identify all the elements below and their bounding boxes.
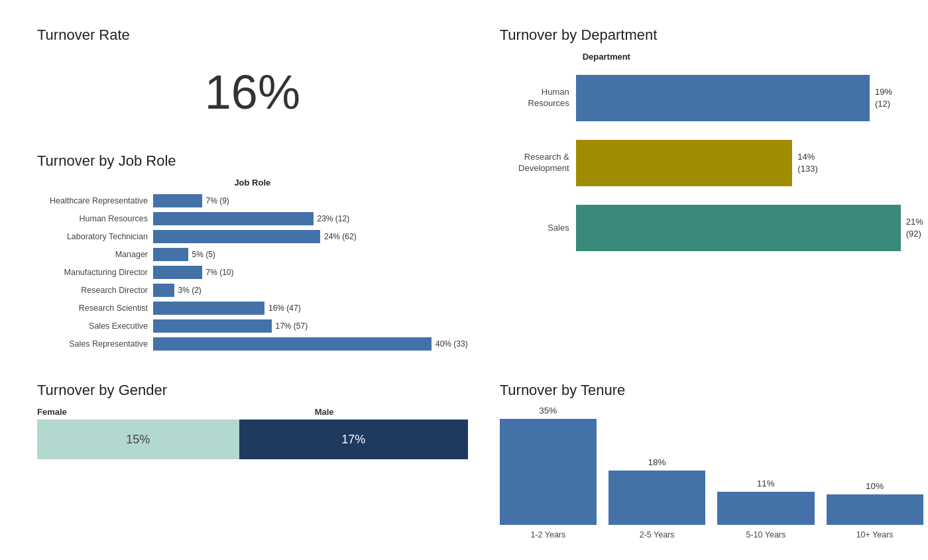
tenure-col: 35%1-2 Years [500, 406, 597, 539]
dept-bar [576, 205, 901, 251]
tenure-bar [609, 471, 705, 525]
job-role-bar-value: 5% (5) [192, 250, 215, 259]
tenure-col: 11%5-10 Years [717, 478, 814, 539]
dept-chart: HumanResources19%(12)Research &Developme… [500, 75, 923, 251]
job-role-bar-value: 7% (9) [206, 196, 229, 205]
dept-bar-row: HumanResources19%(12) [500, 75, 923, 121]
job-role-bar-row: Research Director3% (2) [37, 284, 468, 297]
gender-bar-female: 15% [37, 420, 239, 459]
job-role-bar-label: Sales Representative [37, 339, 153, 349]
job-role-axis-label: Job Role [37, 178, 468, 188]
tenure-x-label: 10+ Years [856, 530, 894, 539]
job-role-bar-label: Human Resources [37, 214, 153, 223]
job-role-bar-label: Research Scientist [37, 304, 153, 313]
job-role-chart: Healthcare Representative7% (9)Human Res… [37, 194, 468, 351]
job-role-bar-row: Sales Executive17% (57) [37, 319, 468, 333]
tenure-col: 10%10+ Years [827, 481, 923, 539]
dept-bar-value: 14%(133) [797, 151, 817, 175]
job-role-bar-value: 40% (33) [435, 339, 468, 349]
job-role-bar-label: Sales Executive [37, 321, 153, 331]
tenure-bar [717, 492, 814, 525]
job-role-bar-row: Human Resources23% (12) [37, 212, 468, 225]
tenure-chart: 35%1-2 Years18%2-5 Years11%5-10 Years10%… [500, 407, 923, 539]
dept-bar-label: Sales [500, 223, 576, 234]
job-role-bar [153, 194, 202, 207]
job-role-bar-row: Healthcare Representative7% (9) [37, 194, 468, 207]
turnover-rate-title: Turnover Rate [37, 27, 130, 44]
job-role-bar-row: Manager5% (5) [37, 248, 468, 261]
job-role-bar-value: 7% (10) [206, 268, 234, 277]
job-role-bar-value: 23% (12) [318, 214, 350, 223]
dept-bar-value: 19%(12) [875, 86, 892, 110]
tenure-x-label: 5-10 Years [746, 530, 785, 539]
dept-bar-row: Research &Development14%(133) [500, 140, 923, 186]
job-role-panel: Turnover by Job Role Job Role Healthcare… [21, 142, 484, 371]
job-role-bar-row: Sales Representative40% (33) [37, 337, 468, 351]
tenure-x-label: 2-5 Years [640, 530, 675, 539]
job-role-bar-label: Manufacturing Director [37, 268, 153, 277]
dept-bar-value: 21%(92) [906, 216, 923, 240]
job-role-bar-label: Healthcare Representative [37, 196, 153, 205]
job-role-bar [153, 284, 174, 297]
turnover-rate-value: 16% [37, 65, 468, 119]
dashboard: Turnover Rate 16% Turnover by Department… [21, 16, 907, 555]
job-role-bar-label: Manager [37, 250, 153, 259]
job-role-title: Turnover by Job Role [37, 152, 468, 170]
job-role-bar-label: Laboratory Technician [37, 232, 153, 241]
tenure-x-label: 1-2 Years [530, 530, 565, 539]
job-role-bar-row: Manufacturing Director7% (10) [37, 266, 468, 279]
job-role-bar [153, 230, 320, 243]
job-role-bar-row: Research Scientist16% (47) [37, 302, 468, 315]
job-role-bar-row: Laboratory Technician24% (62) [37, 230, 468, 243]
turnover-rate-panel: Turnover Rate 16% [21, 16, 484, 142]
job-role-bar-label: Research Director [37, 286, 153, 295]
tenure-pct-label: 11% [757, 478, 775, 488]
job-role-bar [153, 212, 314, 225]
dept-bar-row: Sales21%(92) [500, 205, 923, 251]
tenure-title: Turnover by Tenure [500, 382, 923, 399]
dept-axis-label: Department [583, 52, 923, 62]
gender-title: Turnover by Gender [37, 382, 468, 399]
job-role-bar [153, 302, 264, 315]
tenure-bar [500, 419, 597, 525]
job-role-bar-value: 3% (2) [178, 286, 202, 295]
job-role-bar [153, 337, 432, 351]
gender-chart: FemaleMale15%17% [37, 407, 468, 459]
job-role-bar-value: 16% (47) [268, 304, 301, 313]
dept-title: Turnover by Department [500, 27, 923, 44]
dept-bar [576, 140, 793, 186]
dept-panel: Turnover by Department Department HumanR… [484, 16, 928, 371]
dept-bar-label: HumanResources [500, 87, 576, 109]
tenure-pct-label: 18% [648, 457, 666, 467]
dept-bar-label: Research &Development [500, 152, 576, 174]
gender-label-female: Female [37, 407, 181, 417]
job-role-bar [153, 248, 188, 261]
gender-label-male: Male [181, 407, 468, 417]
tenure-pct-label: 10% [866, 481, 884, 491]
job-role-bar [153, 319, 272, 333]
tenure-bar [827, 494, 923, 525]
gender-bar-male: 17% [239, 420, 468, 459]
tenure-panel: Turnover by Tenure 35%1-2 Years18%2-5 Ye… [484, 371, 928, 555]
gender-panel: Turnover by Gender FemaleMale15%17% [21, 371, 484, 555]
tenure-pct-label: 35% [539, 406, 557, 416]
dept-bar [576, 75, 870, 121]
job-role-bar-value: 17% (57) [276, 321, 308, 331]
tenure-col: 18%2-5 Years [609, 457, 705, 539]
job-role-bar-value: 24% (62) [324, 232, 357, 241]
job-role-bar [153, 266, 202, 279]
